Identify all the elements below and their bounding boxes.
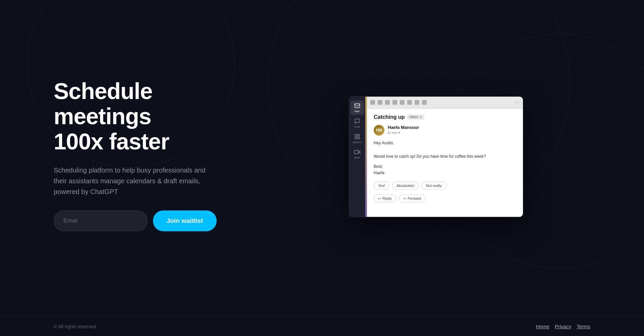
cta-row: Join waitlist [54, 210, 241, 231]
toolbar-move-icon[interactable] [415, 100, 419, 105]
svg-rect-6 [354, 150, 358, 154]
mail-icon [354, 103, 360, 109]
quick-reply-absolutely[interactable]: Absolutely! [392, 182, 419, 190]
toolbar-mail-icon[interactable] [392, 100, 397, 105]
quick-reply-yes[interactable]: Yes! [374, 182, 389, 190]
svg-rect-4 [358, 137, 359, 139]
reply-button[interactable]: ↩ Reply [374, 194, 396, 202]
email-content-area: ⋯ Catching up Inbox ✕ [367, 97, 523, 217]
quick-reply-row: Yes! Absolutely! Not really. [374, 182, 516, 190]
email-subject-row: Catching up Inbox ✕ [374, 114, 516, 120]
join-waitlist-button[interactable]: Join waitlist [153, 210, 217, 231]
svg-rect-1 [355, 134, 357, 136]
sender-info: Haefa Mansour to me ▾ [388, 125, 419, 135]
footer-link-terms[interactable]: Terms [577, 324, 590, 329]
headline-line2: 100x faster [54, 129, 169, 154]
email-input[interactable] [54, 210, 148, 231]
action-row: ↩ Reply ↪ Forward [374, 194, 516, 202]
sender-dropdown-icon[interactable]: ▾ [398, 131, 400, 135]
sidebar-meet-label: Meet [354, 156, 360, 159]
email-body-text: Hey Austin, Would love to catch up! Do y… [374, 140, 516, 160]
inbox-badge: Inbox ✕ [407, 114, 424, 119]
sidebar-item-meet[interactable]: Meet [351, 147, 364, 161]
toolbar-label-icon[interactable] [407, 100, 412, 105]
spaces-icon [354, 134, 360, 140]
forward-icon: ↪ [403, 197, 406, 200]
sender-name: Haefa Mansour [388, 125, 419, 130]
forward-label: Forward [408, 196, 421, 200]
svg-rect-0 [355, 104, 360, 108]
email-toolbar: ⋯ [367, 97, 523, 109]
email-sidebar: Mail Chat [349, 97, 365, 217]
forward-button[interactable]: ↪ Forward [399, 194, 425, 202]
reply-icon: ↩ [378, 197, 381, 200]
sender-to-text: to me [388, 131, 397, 135]
svg-marker-5 [358, 151, 360, 153]
email-signature: Best,Haefa [374, 163, 516, 176]
sidebar-item-spaces[interactable]: Spaces [351, 132, 364, 146]
inbox-badge-close[interactable]: ✕ [419, 115, 422, 119]
headline: Schedule meetings 100x faster [54, 79, 241, 154]
toolbar-back-icon[interactable] [370, 100, 375, 105]
email-mockup: Mail Chat [349, 96, 523, 217]
sidebar-mail-label: Mail [355, 110, 360, 113]
headline-line1: Schedule meetings [54, 78, 152, 129]
left-column: Schedule meetings 100x faster Scheduling… [54, 79, 241, 231]
main-content: Schedule meetings 100x faster Scheduling… [0, 0, 644, 317]
email-from-row: HM Haefa Mansour to me ▾ [374, 125, 516, 136]
sidebar-chat-label: Chat [354, 125, 360, 128]
meet-icon [354, 149, 360, 155]
toolbar-snooze-icon[interactable] [400, 100, 405, 105]
reply-label: Reply [382, 196, 392, 200]
copyright: © All rights reserved. [54, 324, 97, 329]
sidebar-spaces-label: Spaces [353, 141, 362, 144]
email-body: Catching up Inbox ✕ HM [367, 109, 523, 217]
svg-rect-2 [358, 134, 359, 136]
sidebar-item-chat[interactable]: Chat [351, 116, 364, 130]
toolbar-archive-icon[interactable] [378, 100, 382, 105]
subheadline: Scheduling platform to help busy profess… [54, 165, 208, 197]
chat-icon [354, 118, 360, 124]
inbox-badge-label: Inbox [410, 115, 418, 119]
toolbar-more-icon[interactable] [422, 100, 427, 105]
sender-avatar: HM [374, 125, 384, 136]
email-subject: Catching up [374, 114, 405, 120]
footer: © All rights reserved. Home Privacy Term… [0, 317, 644, 336]
svg-rect-3 [355, 137, 357, 139]
page-wrapper: Schedule meetings 100x faster Scheduling… [0, 0, 644, 336]
sender-to: to me ▾ [388, 131, 419, 135]
footer-link-home[interactable]: Home [536, 324, 549, 329]
footer-links: Home Privacy Terms [536, 324, 590, 329]
toolbar-delete-icon[interactable] [385, 100, 390, 105]
toolbar-dots[interactable]: ⋯ [515, 100, 520, 105]
quick-reply-not-really[interactable]: Not really. [422, 182, 447, 190]
right-column: Mail Chat [282, 96, 590, 217]
footer-link-privacy[interactable]: Privacy [555, 324, 571, 329]
sender-initials: HM [376, 128, 382, 133]
sidebar-item-mail[interactable]: Mail [351, 101, 364, 115]
